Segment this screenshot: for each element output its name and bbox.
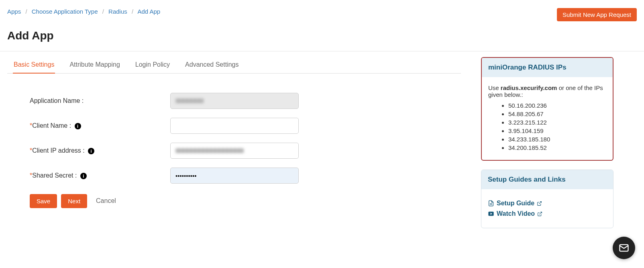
page-title: Add App — [0, 25, 644, 51]
submit-new-app-request-button[interactable]: Submit New App Request — [557, 8, 637, 21]
tab-basic-settings[interactable]: Basic Settings — [13, 57, 55, 74]
svg-line-5 — [540, 212, 542, 214]
client-name-input[interactable] — [170, 118, 299, 134]
radius-ips-description: Use radius.xecurify.com or one of the IP… — [488, 84, 606, 98]
breadcrumb-radius[interactable]: Radius — [108, 8, 127, 15]
watch-video-link[interactable]: Watch Video — [488, 210, 607, 217]
radius-ip-item: 3.95.104.159 — [508, 127, 606, 134]
document-icon — [488, 200, 494, 207]
info-icon[interactable]: i — [88, 148, 94, 154]
external-link-icon — [537, 211, 542, 217]
next-button[interactable]: Next — [61, 194, 87, 208]
breadcrumb-add-app[interactable]: Add App — [137, 8, 160, 15]
application-name-input[interactable] — [170, 93, 299, 109]
tab-attribute-mapping[interactable]: Attribute Mapping — [69, 57, 120, 74]
mail-icon — [618, 242, 630, 245]
external-link-icon — [537, 201, 542, 206]
client-ip-input[interactable] — [170, 143, 299, 159]
svg-rect-6 — [620, 245, 628, 245]
breadcrumb-apps[interactable]: Apps — [7, 8, 21, 15]
svg-line-2 — [539, 201, 542, 204]
form-area: Application Name : *Client Name : i *Cli… — [7, 74, 461, 208]
radius-ip-item: 3.223.215.122 — [508, 119, 606, 126]
video-icon — [488, 211, 494, 217]
breadcrumb: Apps / Choose Application Type / Radius … — [7, 8, 160, 15]
info-icon[interactable]: i — [80, 173, 87, 179]
radius-ips-panel: miniOrange RADIUS IPs Use radius.xecurif… — [481, 57, 613, 161]
radius-ips-list: 50.16.200.236 54.88.205.67 3.223.215.122… — [488, 102, 606, 151]
radius-ip-item: 50.16.200.236 — [508, 102, 606, 109]
radius-ip-item: 34.200.185.52 — [508, 144, 606, 151]
redacted-app-name — [175, 98, 204, 103]
breadcrumb-choose-type[interactable]: Choose Application Type — [32, 8, 98, 15]
client-ip-label: *Client IP address : i — [30, 147, 170, 154]
setup-guide-link[interactable]: Setup Guide — [488, 200, 607, 207]
tab-advanced-settings[interactable]: Advanced Settings — [184, 57, 239, 74]
radius-ip-item: 34.233.185.180 — [508, 136, 606, 143]
cancel-button[interactable]: Cancel — [91, 194, 121, 208]
setup-guides-heading: Setup Guides and Links — [481, 170, 613, 189]
tab-login-policy[interactable]: Login Policy — [135, 57, 171, 74]
breadcrumb-separator: / — [129, 8, 136, 15]
client-name-label: *Client Name : i — [30, 122, 170, 129]
info-icon[interactable]: i — [75, 123, 81, 129]
shared-secret-input[interactable] — [170, 168, 299, 184]
tabs: Basic Settings Attribute Mapping Login P… — [7, 57, 461, 74]
save-button[interactable]: Save — [30, 194, 57, 208]
application-name-label: Application Name : — [30, 97, 170, 104]
radius-ips-heading: miniOrange RADIUS IPs — [482, 58, 613, 77]
radius-ip-item: 54.88.205.67 — [508, 110, 606, 117]
breadcrumb-separator: / — [22, 8, 30, 15]
setup-guides-panel: Setup Guides and Links Setup Guide Watch… — [481, 170, 613, 228]
breadcrumb-separator: / — [100, 8, 107, 15]
shared-secret-label: *Shared Secret : i — [30, 172, 170, 179]
redacted-client-ip — [175, 148, 244, 153]
